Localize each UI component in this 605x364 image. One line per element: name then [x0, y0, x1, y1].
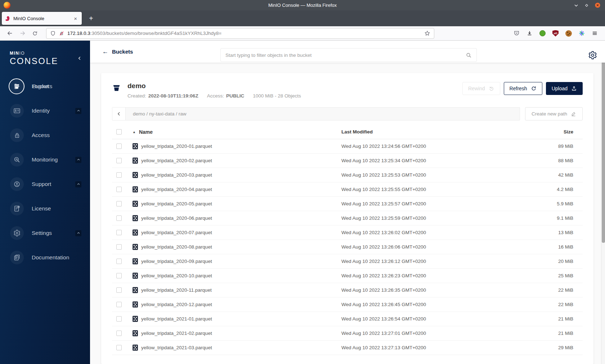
back-icon[interactable]: [4, 30, 16, 36]
table-row[interactable]: yellow_tripdata_2021-02.parquet Wed Aug …: [112, 326, 583, 341]
row-checkbox[interactable]: [116, 187, 122, 192]
cookie-extension-icon[interactable]: [565, 30, 572, 37]
back-arrow-icon: ←: [102, 48, 108, 55]
forward-icon[interactable]: [16, 30, 29, 36]
multi-account-containers-icon[interactable]: [579, 30, 585, 36]
tracking-shield-icon[interactable]: [50, 31, 56, 36]
reload-icon[interactable]: [29, 31, 41, 36]
row-checkbox[interactable]: [116, 273, 122, 278]
table-row[interactable]: yellow_tripdata_2020-01.parquet Wed Aug …: [112, 139, 583, 154]
row-name[interactable]: yellow_tripdata_2020-01.parquet: [141, 144, 212, 149]
create-new-path-button[interactable]: Create new path: [525, 107, 583, 120]
row-name[interactable]: yellow_tripdata_2020-04.parquet: [141, 187, 212, 192]
table-row[interactable]: yellow_tripdata_2020-06.parquet Wed Aug …: [112, 211, 583, 226]
row-name[interactable]: yellow_tripdata_2020-09.parquet: [141, 259, 212, 264]
breadcrumb-back-icon[interactable]: [112, 108, 126, 120]
search-input[interactable]: [225, 53, 466, 58]
table-row[interactable]: yellow_tripdata_2020-03.parquet Wed Aug …: [112, 168, 583, 182]
row-checkbox[interactable]: [116, 230, 122, 235]
window-maximize-icon[interactable]: [584, 3, 589, 8]
breadcrumb-bar: demo / ny-taxi-data / raw: [112, 107, 520, 120]
page-scrollbar[interactable]: [601, 41, 605, 364]
privacy-badger-icon[interactable]: [539, 30, 546, 36]
sidebar-collapse-icon[interactable]: [77, 56, 82, 61]
select-all-checkbox[interactable]: [116, 129, 122, 135]
table-row[interactable]: yellow_tripdata_2020-02.parquet Wed Aug …: [112, 154, 583, 168]
row-name[interactable]: yellow_tripdata_2020-11.parquet: [141, 287, 212, 293]
tab-minio-console[interactable]: MinIO Console ×: [2, 12, 82, 25]
bucket-browser-card: demo Created: 2022-08-10T11:19:06Z Acces…: [101, 73, 593, 364]
row-name[interactable]: yellow_tripdata_2020-03.parquet: [141, 172, 212, 178]
column-header-name[interactable]: Name: [139, 129, 153, 135]
parquet-file-icon: [133, 201, 138, 207]
row-name[interactable]: yellow_tripdata_2021-03.parquet: [141, 345, 212, 350]
settings-gear-icon[interactable]: [588, 51, 597, 60]
row-name[interactable]: yellow_tripdata_2020-07.parquet: [141, 230, 212, 235]
row-size: 16 MiB: [536, 244, 583, 250]
table-row[interactable]: yellow_tripdata_2020-04.parquet Wed Aug …: [112, 182, 583, 197]
window-shade-icon[interactable]: [574, 3, 579, 8]
scrollbar-thumb[interactable]: [602, 48, 605, 243]
table-row[interactable]: yellow_tripdata_2020-11.parquet Wed Aug …: [112, 283, 583, 297]
new-tab-button[interactable]: +: [87, 14, 95, 23]
rewind-button[interactable]: Rewind: [462, 82, 500, 95]
downloads-icon[interactable]: [526, 30, 533, 36]
row-name[interactable]: yellow_tripdata_2020-10.parquet: [141, 273, 212, 278]
url-path: :30503/buckets/demo/browse/bnktdGF4aS1kY…: [90, 31, 221, 36]
sidebar: MINIO CONSOLE Buckets Identity Access Mo…: [0, 41, 90, 364]
row-checkbox[interactable]: [116, 144, 122, 149]
row-size: 4.2 MiB: [536, 187, 583, 192]
table-row[interactable]: yellow_tripdata_2021-03.parquet Wed Aug …: [112, 341, 583, 355]
row-checkbox[interactable]: [116, 345, 122, 350]
row-name[interactable]: yellow_tripdata_2020-08.parquet: [141, 244, 212, 250]
row-name[interactable]: yellow_tripdata_2021-01.parquet: [141, 316, 212, 322]
back-to-buckets-link[interactable]: ← Buckets: [102, 48, 133, 55]
insecure-lock-icon[interactable]: [59, 31, 64, 36]
row-name[interactable]: yellow_tripdata_2020-05.parquet: [141, 201, 212, 206]
bookmark-star-icon[interactable]: [424, 30, 430, 36]
sidebar-item-logout[interactable]: Logout: [0, 74, 90, 99]
column-header-size[interactable]: Size: [536, 129, 583, 135]
row-name[interactable]: yellow_tripdata_2020-06.parquet: [141, 215, 212, 221]
table-row[interactable]: yellow_tripdata_2021-01.parquet Wed Aug …: [112, 312, 583, 326]
pocket-icon[interactable]: [514, 30, 520, 36]
row-checkbox[interactable]: [116, 172, 122, 178]
url-bar[interactable]: 172.18.0.3:30503/buckets/demo/browse/bnk…: [46, 28, 434, 39]
breadcrumb[interactable]: demo / ny-taxi-data / raw: [133, 111, 187, 117]
column-header-modified[interactable]: Last Modified: [341, 129, 536, 135]
refresh-button[interactable]: Refresh: [504, 82, 542, 95]
row-checkbox[interactable]: [116, 331, 122, 336]
table-row[interactable]: yellow_tripdata_2020-10.parquet Wed Aug …: [112, 269, 583, 283]
row-checkbox[interactable]: [116, 158, 122, 163]
upload-button[interactable]: Upload: [546, 82, 583, 95]
row-modified: Wed Aug 10 2022 13:25:55 GMT+0200: [341, 187, 536, 192]
tab-close-icon[interactable]: ×: [72, 15, 79, 22]
parquet-file-icon: [133, 143, 138, 149]
bucket-icon: [112, 83, 121, 92]
row-name[interactable]: yellow_tripdata_2020-02.parquet: [141, 158, 212, 163]
row-name[interactable]: yellow_tripdata_2021-02.parquet: [141, 331, 212, 336]
logout-icon: [10, 79, 24, 93]
row-checkbox[interactable]: [116, 201, 122, 206]
row-checkbox[interactable]: [116, 244, 122, 250]
menu-hamburger-icon[interactable]: [592, 30, 598, 36]
sort-ascending-icon[interactable]: ▲: [133, 130, 136, 134]
row-size: 20 MiB: [536, 259, 583, 264]
table-row[interactable]: yellow_tripdata_2020-09.parquet Wed Aug …: [112, 254, 583, 269]
row-checkbox[interactable]: [116, 215, 122, 221]
upload-icon: [571, 86, 577, 91]
parquet-file-icon: [133, 287, 138, 293]
row-modified: Wed Aug 10 2022 13:25:59 GMT+0200: [341, 215, 536, 221]
row-name[interactable]: yellow_tripdata_2020-12.parquet: [141, 302, 212, 307]
table-row[interactable]: yellow_tripdata_2020-08.parquet Wed Aug …: [112, 240, 583, 254]
table-row[interactable]: yellow_tripdata_2020-05.parquet Wed Aug …: [112, 197, 583, 211]
window-close-icon[interactable]: [595, 2, 601, 8]
row-size: 29 MiB: [536, 345, 583, 350]
row-checkbox[interactable]: [116, 287, 122, 293]
row-checkbox[interactable]: [116, 316, 122, 322]
row-checkbox[interactable]: [116, 259, 122, 264]
table-row[interactable]: yellow_tripdata_2020-07.parquet Wed Aug …: [112, 226, 583, 240]
table-row[interactable]: yellow_tripdata_2020-12.parquet Wed Aug …: [112, 297, 583, 312]
ublock-origin-icon[interactable]: uO: [552, 30, 559, 37]
row-checkbox[interactable]: [116, 302, 122, 307]
